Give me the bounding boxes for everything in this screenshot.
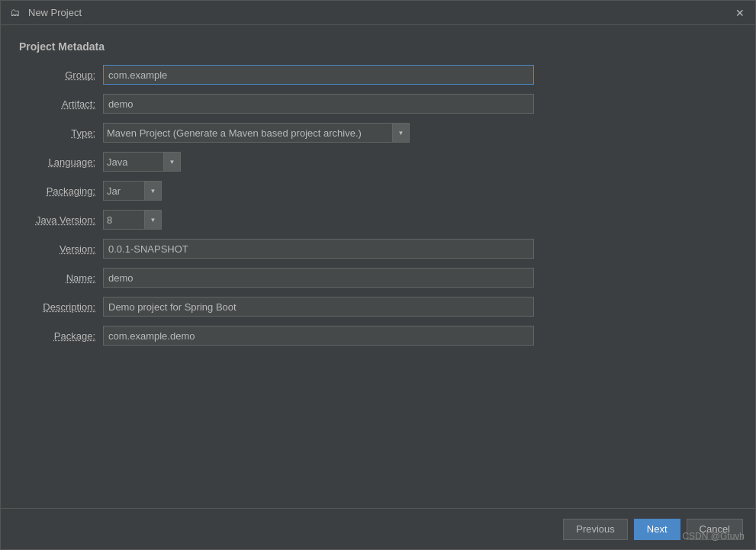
new-project-dialog: 🗂 New Project ✕ Project Metadata Group: … xyxy=(0,0,756,550)
package-input[interactable] xyxy=(103,326,534,346)
close-button[interactable]: ✕ xyxy=(734,7,746,19)
section-title: Project Metadata xyxy=(19,40,737,53)
cancel-button[interactable]: Cancel xyxy=(687,519,743,540)
description-label: Description: xyxy=(19,301,103,313)
packaging-row: Packaging: Jar War xyxy=(19,181,737,201)
language-dropdown-wrapper: Java Kotlin Groovy xyxy=(103,152,181,172)
title-bar: 🗂 New Project ✕ xyxy=(1,1,755,25)
language-label: Language: xyxy=(19,156,103,168)
version-input[interactable] xyxy=(103,239,534,259)
group-label: Group: xyxy=(19,69,103,81)
packaging-dropdown-wrapper: Jar War xyxy=(103,181,162,201)
type-row: Type: Maven Project (Generate a Maven ba… xyxy=(19,123,737,143)
type-dropdown-arrow[interactable] xyxy=(393,123,410,143)
next-button[interactable]: Next xyxy=(634,519,680,540)
language-dropdown-arrow[interactable] xyxy=(164,152,181,172)
version-row: Version: xyxy=(19,239,737,259)
java-version-dropdown-arrow[interactable] xyxy=(145,210,162,230)
name-input[interactable] xyxy=(103,268,534,288)
dialog-footer: Previous Next Cancel xyxy=(1,508,755,549)
type-dropdown-wrapper: Maven Project (Generate a Maven based pr… xyxy=(103,123,410,143)
project-icon: 🗂 xyxy=(10,7,22,19)
java-version-label: Java Version: xyxy=(19,214,103,226)
description-row: Description: xyxy=(19,297,737,317)
window-title: New Project xyxy=(28,7,82,18)
name-label: Name: xyxy=(19,272,103,284)
packaging-select[interactable]: Jar War xyxy=(103,181,145,201)
title-bar-left: 🗂 New Project xyxy=(10,7,82,19)
java-version-dropdown-wrapper: 8 11 17 xyxy=(103,210,162,230)
previous-button[interactable]: Previous xyxy=(563,519,628,540)
dialog-content: Project Metadata Group: Artifact: Type: … xyxy=(1,25,755,508)
description-input[interactable] xyxy=(103,297,534,317)
language-row: Language: Java Kotlin Groovy xyxy=(19,152,737,172)
java-version-select[interactable]: 8 11 17 xyxy=(103,210,145,230)
package-label: Package: xyxy=(19,330,103,342)
type-label: Type: xyxy=(19,127,103,139)
artifact-row: Artifact: xyxy=(19,94,737,114)
name-row: Name: xyxy=(19,268,737,288)
artifact-input[interactable] xyxy=(103,94,534,114)
group-row: Group: xyxy=(19,65,737,85)
packaging-dropdown-arrow[interactable] xyxy=(145,181,162,201)
version-label: Version: xyxy=(19,243,103,255)
type-select[interactable]: Maven Project (Generate a Maven based pr… xyxy=(103,123,393,143)
artifact-label: Artifact: xyxy=(19,98,103,110)
package-row: Package: xyxy=(19,326,737,346)
packaging-label: Packaging: xyxy=(19,185,103,197)
language-select[interactable]: Java Kotlin Groovy xyxy=(103,152,164,172)
group-input[interactable] xyxy=(103,65,534,85)
java-version-row: Java Version: 8 11 17 xyxy=(19,210,737,230)
